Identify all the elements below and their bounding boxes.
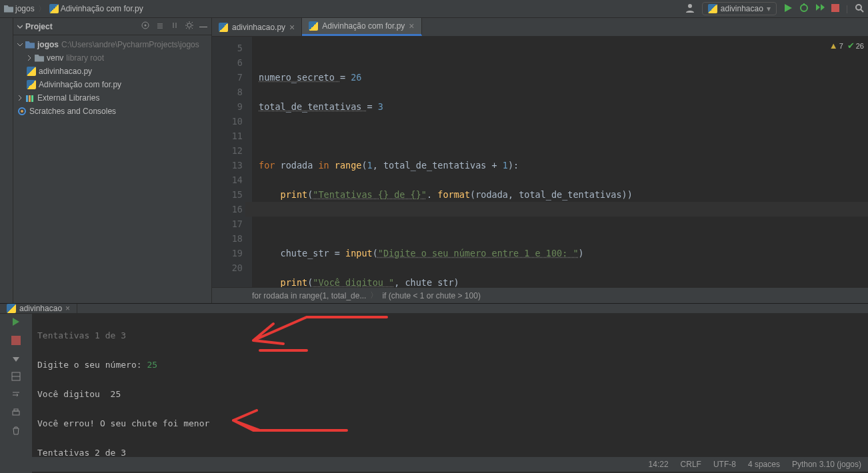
expand-all-icon[interactable] xyxy=(155,21,165,32)
hide-icon[interactable]: — xyxy=(199,22,207,31)
line-number: 11 xyxy=(212,129,243,143)
chevron-down-icon[interactable] xyxy=(17,24,23,29)
svg-rect-11 xyxy=(31,95,33,102)
run-tab-adivinhacao[interactable]: adivinhacao × xyxy=(0,304,77,313)
line-number: 16 xyxy=(212,202,243,217)
tree-root-name: jogos xyxy=(37,40,59,49)
svg-point-0 xyxy=(688,4,692,8)
svg-rect-17 xyxy=(13,411,19,415)
tree-item-label: adivinhacao.py xyxy=(39,67,92,76)
tab-adivinhacao[interactable]: adivinhacao.py × xyxy=(212,18,302,36)
tree-venv-label: venv xyxy=(47,53,63,63)
tree-project-root[interactable]: jogos C:\Users\andre\PycharmProjects\jog… xyxy=(13,38,211,51)
divider: | xyxy=(846,4,848,13)
tree-item-label: Adivinhação com for.py xyxy=(39,80,121,89)
svg-rect-9 xyxy=(26,95,28,102)
breadcrumb[interactable]: jogos 〉 Adivinhação com for.py xyxy=(4,3,143,15)
run-button[interactable] xyxy=(783,3,793,15)
debug-button[interactable] xyxy=(799,3,809,15)
console-line: Você errou! O seu chute foi menor xyxy=(37,416,868,431)
editor-tabs: adivinhacao.py × Adivinhação com for.py … xyxy=(212,18,868,37)
left-tool-strip[interactable] xyxy=(0,18,13,303)
crumb-file: Adivinhação com for.py xyxy=(61,4,143,13)
python-icon xyxy=(27,80,36,89)
editor-body[interactable]: 5 6 7 8 9 10 11 12 13 14 15 16 17 18 19 … xyxy=(212,37,868,287)
tab-label: adivinhacao.py xyxy=(232,23,285,32)
project-pane-title[interactable]: Project xyxy=(25,22,53,31)
tree-file-adivinhacao-for[interactable]: Adivinhação com for.py xyxy=(13,78,211,91)
svg-rect-18 xyxy=(14,409,18,411)
project-tree[interactable]: jogos C:\Users\andre\PycharmProjects\jog… xyxy=(13,35,211,121)
project-pane: Project — jogos C:\Users\andre\PycharmPr… xyxy=(13,18,212,303)
stop-button[interactable] xyxy=(831,4,839,14)
svg-point-1 xyxy=(801,5,807,11)
editor-area: adivinhacao.py × Adivinhação com for.py … xyxy=(212,18,868,303)
crumb-root: jogos xyxy=(15,4,35,13)
code-editor[interactable]: numero_secreto = 26 total_de_tentativas … xyxy=(252,37,868,287)
svg-line-5 xyxy=(861,9,863,12)
tree-item-label: External Libraries xyxy=(37,93,99,103)
svg-rect-3 xyxy=(831,4,839,12)
line-number: 19 xyxy=(212,246,243,260)
console-line: Tentativas 2 de 3 xyxy=(37,446,868,460)
line-number: 14 xyxy=(212,173,243,187)
tree-external-libs[interactable]: External Libraries xyxy=(13,91,211,105)
run-tab-label: adivinhacao xyxy=(19,304,62,313)
chevron-right-icon: 〉 xyxy=(38,3,46,15)
line-number: 18 xyxy=(212,231,243,246)
stop-button[interactable] xyxy=(11,336,21,347)
close-icon[interactable]: × xyxy=(409,21,414,31)
tree-scratches[interactable]: Scratches and Consoles xyxy=(13,105,211,118)
line-number: 12 xyxy=(212,143,243,158)
trash-button[interactable] xyxy=(11,426,21,437)
tree-venv-suffix: library root xyxy=(66,53,104,63)
editor-gutter[interactable]: 5 6 7 8 9 10 11 12 13 14 15 16 17 18 19 … xyxy=(212,37,252,287)
collapse-icon[interactable] xyxy=(170,21,179,32)
python-icon xyxy=(49,4,59,13)
main-content: Project — jogos C:\Users\andre\PycharmPr… xyxy=(0,18,868,303)
tree-root-path: C:\Users\andre\PycharmProjects\jogos xyxy=(61,40,199,49)
run-toolbar xyxy=(0,314,32,473)
console-output[interactable]: Tentativas 1 de 3 Digite o seu número: 2… xyxy=(32,314,868,473)
svg-point-7 xyxy=(145,25,147,27)
select-opened-icon[interactable] xyxy=(141,21,150,32)
chevron-down-icon: ▾ xyxy=(767,4,771,13)
library-icon xyxy=(25,93,35,103)
close-icon[interactable]: × xyxy=(289,22,295,33)
line-number: 5 xyxy=(212,41,243,55)
tree-venv[interactable]: venv library root xyxy=(13,51,211,65)
chevron-right-icon xyxy=(17,95,23,101)
line-number: 6 xyxy=(212,55,243,70)
line-number: 8 xyxy=(212,85,243,99)
console-line: Tentativas 1 de 3 xyxy=(37,328,868,343)
tab-adivinhacao-for[interactable]: Adivinhação com for.py × xyxy=(302,18,421,36)
tree-file-adivinhacao[interactable]: adivinhacao.py xyxy=(13,65,211,78)
layout-button[interactable] xyxy=(11,372,21,383)
line-number: 9 xyxy=(212,99,243,114)
down-button[interactable] xyxy=(11,354,21,365)
navbar: jogos 〉 Adivinhação com for.py adivinhac… xyxy=(0,0,868,18)
chevron-right-icon: 〉 xyxy=(370,290,378,301)
folder-icon xyxy=(4,4,13,13)
line-number: 20 xyxy=(212,260,243,275)
gear-icon[interactable] xyxy=(185,21,194,32)
editor-breadcrumb[interactable]: for rodada in range(1, total_de... 〉 if … xyxy=(212,287,868,303)
search-everywhere-button[interactable] xyxy=(855,3,864,15)
python-icon xyxy=(708,4,717,13)
line-number: 13 xyxy=(212,158,243,173)
tab-label: Adivinhação com for.py xyxy=(322,21,405,31)
soft-wrap-button[interactable] xyxy=(11,390,21,401)
run-config-label: adivinhacao xyxy=(721,4,763,13)
rerun-button[interactable] xyxy=(11,316,21,329)
user-icon[interactable] xyxy=(685,3,695,15)
scratches-icon xyxy=(17,107,27,116)
svg-point-13 xyxy=(21,110,23,113)
tree-item-label: Scratches and Consoles xyxy=(29,107,116,116)
run-config-select[interactable]: adivinhacao ▾ xyxy=(702,2,777,15)
print-button[interactable] xyxy=(11,408,21,419)
crumb-2[interactable]: if (chute < 1 or chute > 100) xyxy=(382,291,480,300)
more-run-button[interactable] xyxy=(815,3,825,15)
crumb-1[interactable]: for rodada in range(1, total_de... xyxy=(252,291,366,300)
svg-rect-10 xyxy=(29,95,31,102)
close-icon[interactable]: × xyxy=(65,304,70,313)
